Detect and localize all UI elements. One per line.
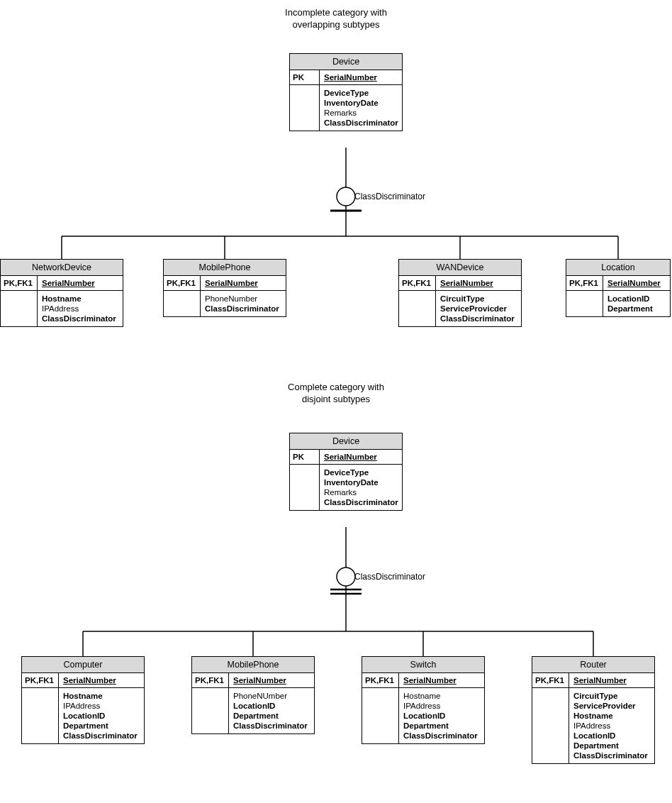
pk-attr: SerialNumber (320, 70, 402, 84)
entity-router: RouterPK,FK1SerialNumber CircuitTypeServ… (532, 656, 655, 764)
title-line2: overlapping subtypes (293, 19, 380, 30)
attribute: IPAddress (42, 304, 118, 314)
attr-row: HostnameIPAddressLocationIDDepartmentCla… (362, 688, 484, 743)
pk-label: PK,FK1 (532, 673, 569, 687)
entity-title: Location (566, 260, 670, 276)
entity-device: DevicePKSerialNumber DeviceTypeInventory… (289, 53, 403, 131)
svg-point-1 (337, 187, 355, 206)
attribute: LocationID (403, 711, 480, 721)
attr-keycol-empty (192, 688, 229, 733)
attr-list: PhoneNumberClassDiscriminator (201, 291, 286, 316)
pk-label: PK,FK1 (362, 673, 399, 687)
pk-attr: SerialNumber (399, 673, 484, 687)
attribute: CircuitType (573, 691, 650, 701)
attr-row: DeviceTypeInventoryDateRemarksClassDiscr… (290, 85, 402, 131)
attribute: ClassDiscriminator (440, 314, 517, 323)
entity-title: Device (290, 433, 402, 450)
attr-keycol-empty (1, 291, 38, 326)
pk-label: PK,FK1 (1, 276, 38, 290)
attr-row: DeviceTypeInventoryDateRemarksClassDiscr… (290, 465, 402, 510)
pk-attr: SerialNumber (59, 673, 144, 687)
entity-title: WANDevice (399, 260, 521, 276)
attr-list: DeviceTypeInventoryDateRemarksClassDiscr… (320, 465, 403, 510)
attr-keycol-empty (362, 688, 399, 743)
entity-title: Device (290, 54, 402, 70)
attr-keycol-empty (532, 688, 569, 763)
entity-title: NetworkDevice (1, 260, 123, 276)
attribute: Department (607, 304, 666, 314)
pk-row: PK,FK1SerialNumber (566, 276, 670, 291)
entity-title: Router (532, 657, 654, 673)
pk-row: PKSerialNumber (290, 70, 402, 85)
attribute: DeviceType (324, 88, 398, 98)
attr-keycol-empty (566, 291, 603, 316)
attribute: LocationID (63, 711, 140, 721)
entity-device-2: DevicePKSerialNumber DeviceTypeInventory… (289, 433, 403, 511)
attribute: Department (233, 711, 310, 721)
entity-title: MobilePhone (192, 657, 314, 673)
attr-keycol-empty (399, 291, 436, 326)
attr-list: PhoneNUmberLocationIDDepartmentClassDisc… (229, 688, 314, 733)
attribute: ClassDiscriminator (205, 304, 281, 314)
attribute: LocationID (233, 701, 310, 711)
attribute: PhoneNUmber (233, 691, 310, 701)
attr-row: CircuitTypeServiceProvicderClassDiscrimi… (399, 291, 521, 326)
attr-keycol-empty (22, 688, 59, 743)
attribute: IPAddress (403, 701, 480, 711)
entity-mobilephone: MobilePhonePK,FK1SerialNumber PhoneNumbe… (163, 259, 286, 317)
entity-wandevice: WANDevicePK,FK1SerialNumber CircuitTypeS… (398, 259, 522, 327)
diagram-section-2: Complete category with disjoint subtypes… (0, 376, 672, 802)
attribute: IPAddress (63, 701, 140, 711)
entity-title: Computer (22, 657, 144, 673)
pk-row: PKSerialNumber (290, 450, 402, 465)
attribute: InventoryDate (324, 477, 398, 487)
attr-list: DeviceTypeInventoryDateRemarksClassDiscr… (320, 85, 403, 131)
attribute: Hostname (403, 691, 480, 701)
section2-title: Complete category with disjoint subtypes (0, 382, 672, 406)
pk-row: PK,FK1SerialNumber (192, 673, 314, 688)
diagram-section-1: Incomplete category with overlapping sub… (0, 0, 672, 376)
attr-keycol-empty (290, 85, 320, 131)
attribute: LocationID (607, 294, 666, 304)
attr-list: LocationIDDepartment (603, 291, 670, 316)
attribute: ClassDiscriminator (42, 314, 118, 323)
pk-row: PK,FK1SerialNumber (1, 276, 123, 291)
attribute: Hostname (573, 711, 650, 721)
attr-keycol-empty (164, 291, 201, 316)
attr-row: PhoneNumberClassDiscriminator (164, 291, 286, 316)
attr-list: HostnameIPAddressClassDiscriminator (38, 291, 123, 326)
attribute: Hostname (42, 294, 118, 304)
attribute: DeviceType (324, 467, 398, 477)
attribute: CircuitType (440, 294, 517, 304)
attr-row: PhoneNUmberLocationIDDepartmentClassDisc… (192, 688, 314, 733)
pk-label: PK,FK1 (566, 276, 603, 290)
attr-list: HostnameIPAddressLocationIDDepartmentCla… (399, 688, 484, 743)
attribute: Hostname (63, 691, 140, 701)
attr-row: LocationIDDepartment (566, 291, 670, 316)
attr-keycol-empty (290, 465, 320, 510)
pk-row: PK,FK1SerialNumber (362, 673, 484, 688)
attr-row: HostnameIPAddressLocationIDDepartmentCla… (22, 688, 144, 743)
entity-switch: SwitchPK,FK1SerialNumber HostnameIPAddre… (362, 656, 485, 744)
entity-location: LocationPK,FK1SerialNumber LocationIDDep… (566, 259, 671, 317)
pk-attr: SerialNumber (201, 276, 286, 290)
pk-row: PK,FK1SerialNumber (164, 276, 286, 291)
pk-attr: SerialNumber (436, 276, 521, 290)
attribute: ServiceProvicder (440, 304, 517, 314)
pk-row: PK,FK1SerialNumber (22, 673, 144, 688)
title-line2: disjoint subtypes (302, 394, 370, 404)
pk-label: PK,FK1 (164, 276, 201, 290)
attribute: ClassDiscriminator (324, 118, 398, 128)
attribute: IPAddress (573, 721, 650, 731)
title-line1: Incomplete category with (285, 7, 387, 18)
title-line1: Complete category with (288, 382, 384, 392)
attribute: ClassDiscriminator (324, 497, 398, 507)
pk-label: PK (290, 450, 320, 464)
attribute: ClassDiscriminator (63, 731, 140, 741)
attr-list: CircuitTypeServiceProvicderClassDiscrimi… (436, 291, 521, 326)
attribute: PhoneNumber (205, 294, 281, 304)
section1-title: Incomplete category with overlapping sub… (0, 7, 672, 31)
discriminator-label: ClassDiscriminator (354, 192, 425, 201)
attr-list: CircuitTypeServiceProviderHostnameIPAddr… (569, 688, 654, 763)
entity-title: Switch (362, 657, 484, 673)
